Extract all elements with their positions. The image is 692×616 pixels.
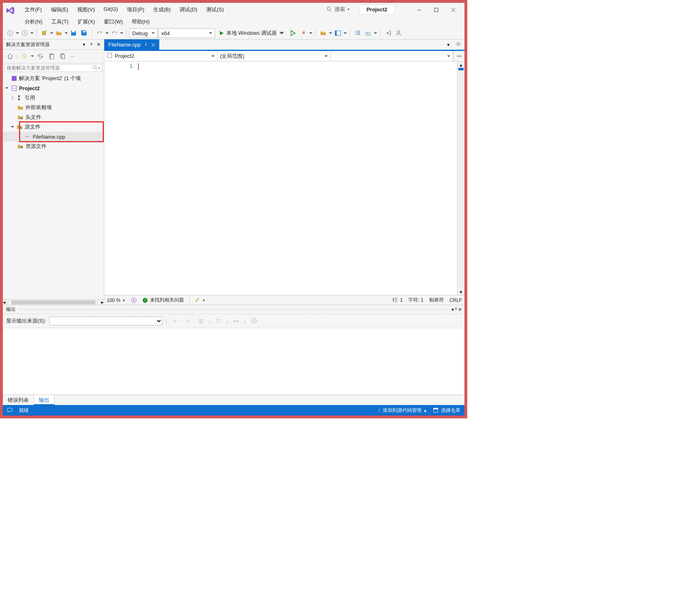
- menu-analyze[interactable]: 分析(N): [21, 17, 46, 27]
- timestamp-button[interactable]: [249, 316, 259, 326]
- collapse-icon[interactable]: [4, 86, 9, 90]
- tab-menu-button[interactable]: ▾: [445, 42, 452, 48]
- save-all-button[interactable]: [79, 28, 89, 38]
- solution-search-input[interactable]: [6, 65, 93, 71]
- maximize-button[interactable]: [428, 4, 444, 15]
- panel-menu-button[interactable]: ▾: [80, 41, 88, 48]
- nav-back-button[interactable]: [5, 28, 15, 38]
- win-layout-button[interactable]: [333, 28, 343, 38]
- v-scrollbar[interactable]: ▴ ▾: [457, 61, 464, 295]
- zoom-dropdown[interactable]: 100 % ▾: [107, 297, 125, 303]
- account-button[interactable]: [394, 28, 403, 38]
- output-tab[interactable]: 输出: [34, 395, 55, 405]
- hot-reload-button[interactable]: [299, 28, 308, 38]
- menu-tools[interactable]: 工具(T): [47, 17, 73, 27]
- pin-icon[interactable]: [144, 43, 148, 47]
- external-deps-node[interactable]: 外部依赖项: [3, 103, 104, 112]
- minimize-button[interactable]: [411, 4, 427, 15]
- h-scrollbar[interactable]: ◂▸: [3, 299, 104, 305]
- brush-button[interactable]: ▾: [190, 297, 205, 304]
- close-tab-icon[interactable]: [151, 43, 155, 47]
- char-indicator[interactable]: 字符: 1: [408, 297, 423, 304]
- list-button[interactable]: [353, 28, 363, 38]
- abc-button[interactable]: abc: [363, 28, 373, 38]
- headers-node[interactable]: 头文件: [3, 112, 104, 122]
- collapse-icon[interactable]: [10, 125, 15, 129]
- start-debug-button[interactable]: 本地 Windows 调试器: [216, 28, 287, 38]
- chevron-down-icon[interactable]: [309, 32, 312, 35]
- menu-build[interactable]: 生成(B): [149, 4, 175, 15]
- menu-project[interactable]: 项目(P): [123, 4, 148, 15]
- config-dropdown[interactable]: Debug: [129, 28, 158, 38]
- chevron-down-icon[interactable]: [65, 32, 68, 35]
- intellicode-button[interactable]: [131, 297, 137, 304]
- code-editor[interactable]: [137, 61, 457, 295]
- chevron-down-icon[interactable]: [374, 32, 377, 35]
- menu-debug[interactable]: 调试(D): [175, 4, 201, 15]
- menu-help[interactable]: 帮助(H): [128, 17, 154, 27]
- start-noDebug-button[interactable]: [288, 28, 298, 38]
- nav-fwd-button[interactable]: [20, 28, 30, 38]
- folder-button[interactable]: [319, 28, 328, 38]
- platform-dropdown[interactable]: x64: [158, 28, 215, 38]
- menu-extensions[interactable]: 扩展(X): [74, 17, 99, 27]
- save-button[interactable]: [69, 28, 78, 38]
- select-repo[interactable]: 选择仓库: [433, 407, 460, 414]
- solution-search[interactable]: ▾: [4, 64, 102, 72]
- issues-status[interactable]: 未找到相关问题: [143, 297, 184, 304]
- open-button[interactable]: [54, 28, 64, 38]
- error-list-tab[interactable]: 错误列表: [3, 395, 34, 405]
- new-project-button[interactable]: [40, 28, 49, 38]
- search-box[interactable]: 搜索 ▾: [322, 4, 354, 14]
- nav-scope-combo[interactable]: (全局范围): [217, 51, 331, 61]
- chevron-down-icon[interactable]: [344, 32, 347, 35]
- pin-icon[interactable]: [454, 307, 458, 312]
- output-body[interactable]: [3, 328, 464, 394]
- close-button[interactable]: [445, 4, 461, 15]
- chevron-down-icon[interactable]: [329, 32, 332, 35]
- docs-button[interactable]: [58, 51, 68, 61]
- solution-tree[interactable]: 解决方案 'Project2' (1 个项 ++ Project2 引用 外部依…: [3, 73, 104, 299]
- solution-node[interactable]: 解决方案 'Project2' (1 个项: [3, 74, 104, 83]
- pin-icon[interactable]: [88, 41, 95, 48]
- expand-icon[interactable]: [10, 96, 15, 100]
- resources-node[interactable]: 资源文件: [3, 141, 104, 151]
- nav-project-combo[interactable]: Project2: [104, 51, 217, 61]
- sync-button[interactable]: [36, 51, 45, 61]
- chevron-down-icon[interactable]: [30, 32, 34, 35]
- chevron-down-icon[interactable]: [105, 32, 109, 35]
- doc-button[interactable]: [47, 51, 57, 61]
- chevron-down-icon[interactable]: [120, 32, 123, 35]
- tab-settings-button[interactable]: [452, 41, 464, 48]
- menu-git[interactable]: Git(G): [99, 4, 122, 15]
- clear-button[interactable]: [196, 316, 206, 326]
- comment-icon[interactable]: [7, 407, 13, 413]
- file-tab[interactable]: FileName.cpp: [104, 39, 159, 51]
- menu-test[interactable]: 测试(S): [202, 4, 228, 15]
- panel-close-button[interactable]: ✕: [95, 41, 102, 48]
- goto-prev-button[interactable]: [170, 316, 180, 326]
- eol-indicator[interactable]: CRLF: [449, 297, 462, 303]
- file-node[interactable]: ++ FileName.cpp: [3, 132, 104, 141]
- undo-button[interactable]: [95, 28, 105, 38]
- references-node[interactable]: 引用: [3, 93, 104, 103]
- menu-view[interactable]: 视图(V): [73, 4, 99, 15]
- chevron-down-icon[interactable]: [31, 55, 34, 58]
- ab-button[interactable]: ab: [231, 316, 241, 326]
- home-button[interactable]: [5, 51, 15, 61]
- chevron-down-icon[interactable]: ▾: [98, 66, 100, 70]
- menu-file[interactable]: 文件(F): [21, 4, 46, 15]
- wrap-button[interactable]: [214, 316, 224, 326]
- output-source-select[interactable]: [49, 316, 162, 325]
- menu-edit[interactable]: 编辑(E): [47, 4, 72, 15]
- line-indicator[interactable]: 行: 1: [392, 297, 403, 304]
- tabs-indicator[interactable]: 制表符: [429, 297, 444, 304]
- nav-member-combo[interactable]: [331, 51, 453, 61]
- panel-close-button[interactable]: ✕: [458, 307, 462, 312]
- sources-node[interactable]: 源文件: [3, 122, 104, 132]
- redo-button[interactable]: [110, 28, 119, 38]
- chevron-down-icon[interactable]: [16, 32, 19, 35]
- project-node[interactable]: ++ Project2: [3, 83, 104, 93]
- add-source-control[interactable]: ↑ 添加到源代码管理 ▴: [378, 407, 426, 414]
- menu-window[interactable]: 窗口(W): [100, 17, 127, 27]
